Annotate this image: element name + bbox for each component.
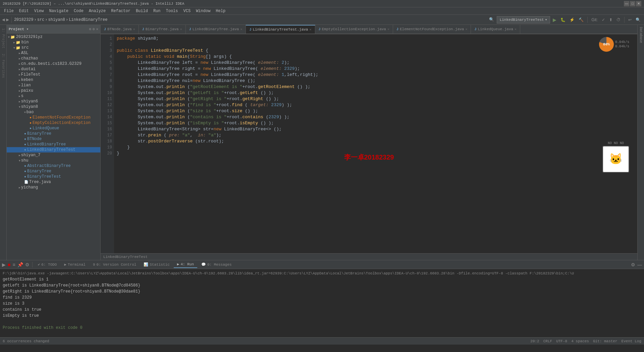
tab-icon-enfe: J (396, 28, 398, 31)
menu-item-refactor[interactable]: Refactor (108, 8, 133, 14)
tab-lbtt[interactable]: J LinkedBinaryTreeTest.java ✕ (246, 25, 315, 34)
tab-close-lq[interactable]: ✕ (515, 27, 517, 31)
run-settings-button[interactable]: ⚙ (24, 261, 30, 268)
code-content[interactable]: package shiyan8; public class LinkedBina… (114, 34, 637, 253)
menu-item-vcs[interactable]: VCS (181, 8, 194, 14)
vcs-update-button[interactable]: Git: (590, 17, 599, 23)
tree-elementnotfound[interactable]: ● ElementNotFoundException (7, 115, 100, 120)
menu-item-edit[interactable]: Edit (16, 8, 32, 14)
vcs-push-button[interactable]: ⬆ (608, 17, 614, 23)
back-icon[interactable]: ◀ (2, 17, 5, 23)
tab-vcs[interactable]: 9 0: Version Control (90, 262, 140, 268)
run-play-button[interactable]: ▶ (1, 261, 6, 268)
code-editor[interactable]: 12345 678910 1112131415 1617181920 packa… (101, 34, 637, 253)
tab-binarytree[interactable]: J BinaryTree.java ✕ (139, 25, 186, 34)
tab-todo[interactable]: ✔ 6: TODO (35, 261, 60, 268)
tree-duotai[interactable]: ▶ duotai (7, 67, 100, 72)
close-button[interactable]: ✕ (636, 1, 641, 6)
menu-item-navigate[interactable]: Navigate (46, 8, 71, 14)
tab-close-btnode[interactable]: ✕ (133, 27, 135, 31)
bottom-settings-button[interactable]: ⚙ (630, 261, 636, 268)
tree-binarytree[interactable]: ● BinaryTree (7, 131, 100, 136)
tree-emptycollection[interactable]: ● EmptyCollectionException (7, 120, 100, 126)
tree-shiyan8[interactable]: ▼ shiyan8 (7, 104, 100, 109)
tab-run[interactable]: ▶ 4: Run (174, 261, 197, 268)
tree-tree-java[interactable]: 📄 Tree.java (7, 179, 100, 185)
menu-item-help[interactable]: Help (213, 8, 228, 14)
tree-s[interactable]: ▶ s (7, 93, 100, 99)
tree-linkedbinarytree[interactable]: ● LinkedBinaryTree (7, 142, 100, 147)
tree-cn[interactable]: ▶ cn.edu.besti.cs1823.G2329 (7, 61, 100, 67)
tab-statistic[interactable]: 📊 Statistic (140, 261, 173, 268)
tree-shu-btt[interactable]: ● BinaryTreeTest (7, 174, 100, 179)
bottom-minimize-button[interactable]: — (637, 261, 643, 268)
tab-close-binarytree[interactable]: ✕ (180, 27, 182, 31)
tree-lian[interactable]: ▶ lian (7, 83, 100, 88)
tree-bin[interactable]: ▶ 📁 bin (7, 40, 100, 45)
menu-item-window[interactable]: Window (193, 8, 213, 14)
menu-item-build[interactable]: Build (133, 8, 151, 14)
tree-shu-bt[interactable]: ● BinaryTree (7, 169, 100, 174)
tree-paixu[interactable]: ▶ paixu (7, 88, 100, 93)
coverage-button[interactable]: ⚡ (568, 17, 576, 23)
favorites-item-2[interactable]: 2: Favorites (1, 52, 6, 80)
project-sync-icon[interactable]: ⚙ (89, 27, 91, 31)
tree-btnode[interactable]: ● BTNode (7, 136, 100, 142)
tree-abstractbt[interactable]: ● AbstractBinaryTree (7, 163, 100, 169)
breadcrumb-file[interactable]: LinkedBinaryTree (69, 17, 107, 22)
tree-shu[interactable]: ▼ shu (7, 158, 100, 163)
tree-linkedbinarytreetest[interactable]: ● LinkedBinaryTreeTest (7, 147, 100, 152)
tab-close-lbtt[interactable]: ✕ (309, 28, 311, 32)
vcs-history-button[interactable]: ⏱ (615, 17, 622, 23)
run-config-selector[interactable]: LinkedBinaryTreeTest ▾ (497, 16, 550, 24)
menu-item-file[interactable]: File (1, 8, 16, 14)
undo-button[interactable]: ↩ (627, 17, 633, 23)
run-stop-button[interactable]: ■ (7, 261, 11, 268)
menu-item-view[interactable]: View (32, 8, 47, 14)
breadcrumb-shiyan8[interactable]: shiyan8 (48, 17, 65, 22)
project-gear-icon[interactable]: ⚙ (93, 27, 95, 31)
favorites-item-1[interactable]: 1: Project (1, 26, 6, 50)
tree-shiyan6[interactable]: ▶ shiyan6 (7, 99, 100, 104)
tab-close-lbt[interactable]: ✕ (240, 27, 242, 31)
debug-button[interactable]: 🐛 (559, 17, 567, 23)
project-close-icon[interactable]: ✕ (96, 27, 98, 31)
tree-root[interactable]: ▼ 📁 20182329lyz (7, 34, 100, 40)
run-pin-button[interactable]: 📌 (17, 261, 24, 268)
tree-keben[interactable]: ▶ keben (7, 77, 100, 83)
tab-enfe[interactable]: J ElementNotFoundException.java ✕ (393, 25, 471, 34)
build-button[interactable]: 🔨 (577, 17, 585, 23)
tree-asl[interactable]: ▶ ASL (7, 50, 100, 56)
menu-item-tools[interactable]: Tools (163, 8, 181, 14)
tree-chazhao[interactable]: ▶ chazhao (7, 56, 100, 61)
minimize-button[interactable]: — (624, 1, 629, 6)
tab-terminal[interactable]: ▶ Terminal (61, 261, 89, 268)
maximize-button[interactable]: □ (630, 1, 635, 6)
run-output[interactable]: F:\jdk\bin\java.exe -javaagent:C:\Users\… (0, 269, 644, 337)
tab-messages[interactable]: 💬 0: Messages (198, 261, 235, 268)
breadcrumb-project[interactable]: 20182329 (14, 17, 34, 22)
menu-item-code[interactable]: Code (71, 8, 86, 14)
run-button[interactable]: ▶ (551, 16, 558, 23)
tree-yichang[interactable]: ▶ yichang (7, 185, 100, 190)
vcs-commit-button[interactable]: ✓ (600, 17, 606, 23)
tab-close-ece[interactable]: ✕ (387, 27, 389, 31)
tab-close-enfe[interactable]: ✕ (465, 27, 467, 31)
database-label[interactable]: Database (638, 25, 643, 45)
tree-src[interactable]: ▼ 📁 src (7, 45, 100, 50)
forward-icon[interactable]: ▶ (6, 17, 9, 23)
tab-btnode[interactable]: J BTNode.java ✕ (101, 25, 139, 34)
tab-lq[interactable]: J LinkedQueue.java ✕ (471, 25, 520, 34)
tree-shiyan7[interactable]: ▶ shiyan_7 (7, 152, 100, 158)
tree-linkedqueue[interactable]: ● LinkedQueue (7, 126, 100, 131)
menu-item-run[interactable]: Run (151, 8, 163, 14)
run-scroll-button[interactable]: ≡ (12, 261, 16, 268)
breadcrumb-src[interactable]: src (37, 17, 45, 22)
tree-filetest[interactable]: ▶ FileTest (7, 72, 100, 77)
search-everywhere-icon[interactable]: 🔍 (489, 17, 494, 22)
menu-item-analyze[interactable]: Analyze (86, 8, 108, 14)
tree-bao[interactable]: ▼ bao (7, 109, 100, 115)
tab-lbt[interactable]: J LinkedBinaryTree.java ✕ (186, 25, 246, 34)
tab-ece[interactable]: J EmptyCollectionException.java ✕ (315, 25, 393, 34)
find-button[interactable]: 🔍 (634, 17, 642, 23)
